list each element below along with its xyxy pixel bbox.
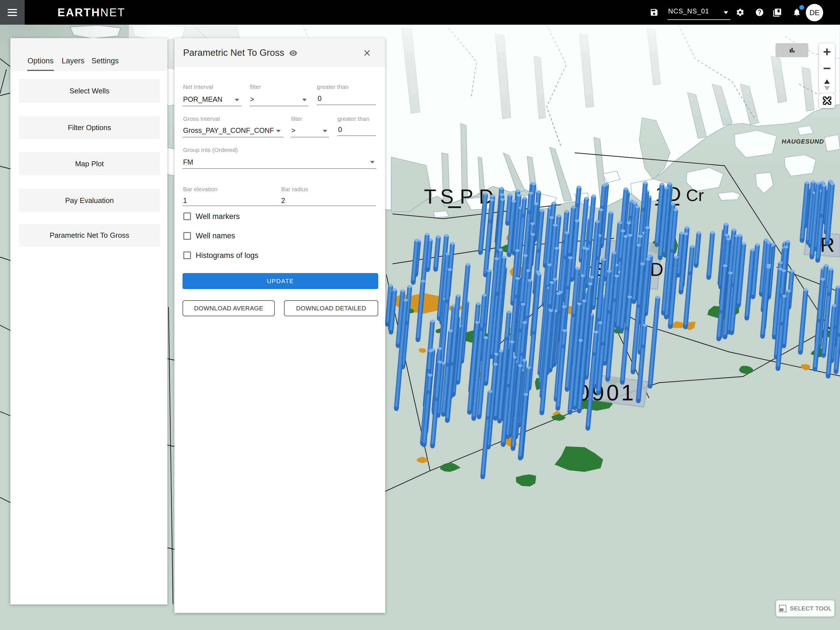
svg-text:HAUGESUND: HAUGESUND [782, 138, 824, 145]
svg-text:0901: 0901 [577, 380, 636, 405]
